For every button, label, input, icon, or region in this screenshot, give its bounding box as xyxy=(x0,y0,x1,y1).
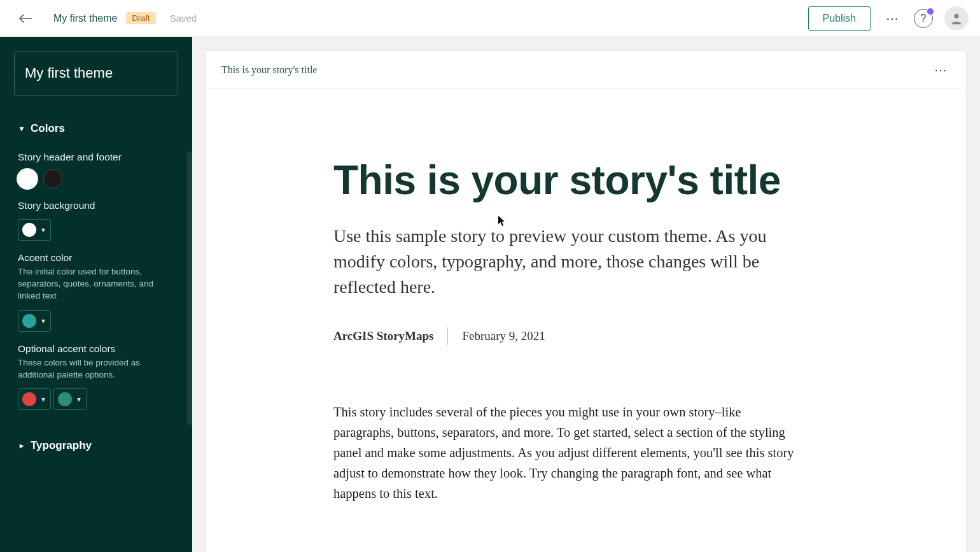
chevron-down-icon: ▾ xyxy=(18,124,25,133)
accent-color-swatch xyxy=(22,314,36,328)
background-color-swatch xyxy=(22,223,36,237)
story-preview: This is your story's title ⋯ This is you… xyxy=(206,51,966,552)
back-button[interactable] xyxy=(14,7,37,30)
publish-button[interactable]: Publish xyxy=(808,6,871,31)
chevron-right-icon: ▸ xyxy=(18,441,25,450)
header-footer-dark-swatch[interactable] xyxy=(43,169,62,188)
avatar[interactable] xyxy=(944,6,969,31)
typography-section-header[interactable]: ▸ Typography xyxy=(18,434,178,457)
story-more-button[interactable]: ⋯ xyxy=(930,60,951,80)
story-byline: ArcGIS StoryMaps February 9, 2021 xyxy=(333,327,839,345)
help-button[interactable]: ? xyxy=(914,9,933,28)
colors-section-label: Colors xyxy=(31,122,65,135)
notification-dot-icon xyxy=(927,8,934,15)
status-badge: Draft xyxy=(126,12,155,24)
chevron-down-icon: ▾ xyxy=(41,225,45,234)
story-author: ArcGIS StoryMaps xyxy=(333,329,433,343)
story-title: This is your story's title xyxy=(333,159,839,202)
saved-status: Saved xyxy=(170,13,197,24)
chevron-down-icon: ▾ xyxy=(41,395,45,404)
sidebar-scrollbar[interactable] xyxy=(187,152,192,425)
chevron-down-icon: ▾ xyxy=(77,395,81,404)
accent-color-label: Accent color xyxy=(18,252,178,264)
header-footer-label: Story header and footer xyxy=(18,152,178,163)
header-footer-light-swatch[interactable] xyxy=(18,169,37,188)
app-header: My first theme Draft Saved Publish ⋯ ? xyxy=(0,0,980,37)
theme-name-text: My first theme xyxy=(25,65,113,81)
optional-accent-desc: These colors will be provided as additio… xyxy=(18,357,178,381)
main: My first theme ▾ Colors Story header and… xyxy=(0,37,980,552)
optional-color-swatch-2 xyxy=(58,392,72,406)
theme-title: My first theme xyxy=(53,13,117,24)
optional-accent-picker-1[interactable]: ▾ xyxy=(18,388,51,410)
theme-name-input[interactable]: My first theme xyxy=(14,51,178,96)
sidebar: My first theme ▾ Colors Story header and… xyxy=(0,37,192,552)
header-footer-swatches xyxy=(18,169,178,188)
story-header: This is your story's title ⋯ xyxy=(206,51,966,89)
story-paragraph: This story includes several of the piece… xyxy=(333,402,804,504)
header-actions: Publish ⋯ ? xyxy=(808,6,969,31)
svg-point-0 xyxy=(954,13,958,18)
more-menu-button[interactable]: ⋯ xyxy=(882,8,902,29)
byline-divider xyxy=(447,327,448,345)
dots-icon: ⋯ xyxy=(934,62,947,78)
user-icon xyxy=(949,11,963,25)
help-icon: ? xyxy=(921,13,927,24)
accent-color-picker[interactable]: ▾ xyxy=(18,310,51,332)
typography-section-label: Typography xyxy=(31,439,92,452)
dots-icon: ⋯ xyxy=(886,11,899,26)
accent-color-desc: The initial color used for buttons, sepa… xyxy=(18,266,178,302)
optional-accent-label: Optional accent colors xyxy=(18,343,178,355)
sidebar-scroll[interactable]: ▾ Colors Story header and footer Story b… xyxy=(0,117,192,552)
colors-section-header[interactable]: ▾ Colors xyxy=(18,117,178,140)
arrow-left-icon xyxy=(19,14,32,23)
story-subtitle: Use this sample story to preview your cu… xyxy=(333,223,804,299)
optional-color-swatch-1 xyxy=(22,392,36,406)
story-body: This is your story's title Use this samp… xyxy=(206,89,966,529)
preview-pane: This is your story's title ⋯ This is you… xyxy=(192,37,980,552)
story-background-label: Story background xyxy=(18,200,178,211)
preview-scrollbar[interactable] xyxy=(972,37,979,552)
story-header-title: This is your story's title xyxy=(221,64,317,76)
chevron-down-icon: ▾ xyxy=(41,316,45,325)
optional-accent-picker-2[interactable]: ▾ xyxy=(53,388,87,410)
story-date: February 9, 2021 xyxy=(462,329,545,343)
story-background-picker[interactable]: ▾ xyxy=(18,219,51,241)
